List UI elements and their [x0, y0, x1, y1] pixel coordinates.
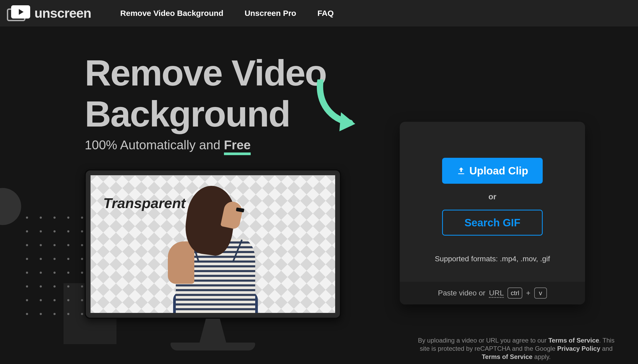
paste-prefix: Paste video or — [438, 289, 485, 297]
logo-mark-icon — [7, 5, 31, 21]
decoration-circle — [0, 188, 21, 225]
hero-title-line2: Background — [85, 93, 326, 134]
search-gif-button[interactable]: Search GIF — [442, 210, 543, 236]
kbd-ctrl: ctrl — [507, 287, 522, 299]
upload-footer: Paste video or URL ctrl + v — [400, 282, 585, 304]
preview-person-image — [157, 183, 268, 313]
preview-screen: Transparent — [91, 175, 335, 313]
nav-link-pro[interactable]: Unscreen Pro — [245, 9, 296, 18]
upload-card: Upload Clip or Search GIF Supported form… — [400, 122, 585, 304]
supported-formats: Supported formats: .mp4, .mov, .gif — [435, 255, 550, 263]
upload-clip-label: Upload Clip — [469, 165, 528, 177]
hero-subtitle: 100% Automatically and Free — [85, 138, 251, 152]
hero-title-line1: Remove Video — [85, 52, 326, 93]
hero-title: Remove Video Background — [85, 52, 326, 134]
arrow-icon — [310, 79, 363, 132]
nav-link-faq[interactable]: FAQ — [317, 9, 334, 18]
paste-url-link[interactable]: URL — [489, 289, 504, 297]
kbd-v: v — [534, 287, 547, 299]
nav-link-remove-bg[interactable]: Remove Video Background — [120, 9, 223, 18]
tos-link[interactable]: Terms of Service — [548, 337, 599, 344]
hero-sub-free: Free — [224, 138, 251, 155]
logo-text: unscreen — [34, 6, 91, 21]
preview-monitor: Transparent — [85, 169, 341, 350]
upload-clip-button[interactable]: Upload Clip — [442, 158, 543, 184]
search-gif-label: Search GIF — [464, 217, 520, 229]
nav-links: Remove Video Background Unscreen Pro FAQ — [120, 9, 334, 18]
navbar: unscreen Remove Video Background Unscree… — [0, 0, 638, 26]
privacy-policy-link[interactable]: Privacy Policy — [557, 345, 600, 352]
hero-sub-prefix: 100% Automatically and — [85, 138, 224, 152]
or-text: or — [488, 192, 496, 201]
logo[interactable]: unscreen — [7, 5, 91, 21]
kbd-plus: + — [526, 289, 530, 297]
tos-link-2[interactable]: Terms of Service — [482, 353, 533, 360]
legal-text: By uploading a video or URL you agree to… — [416, 336, 617, 361]
upload-icon — [457, 166, 466, 175]
